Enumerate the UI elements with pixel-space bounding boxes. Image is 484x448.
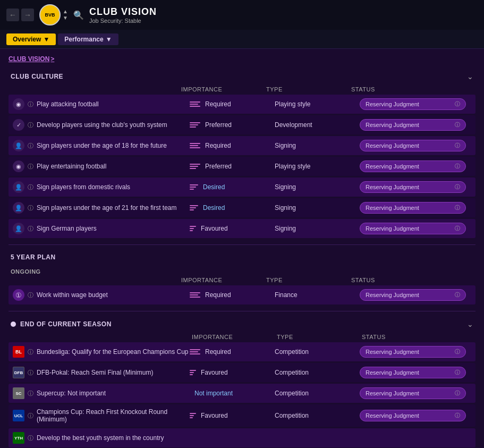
ongoing-importance-0: Required <box>190 291 275 299</box>
row-icon-5: 👤 <box>13 202 24 214</box>
culture-row-5: 👤 ⓘ Sign players under the age of 21 for… <box>9 198 475 217</box>
eoc-status-info-1[interactable]: ⓘ <box>455 369 460 376</box>
breadcrumb[interactable]: CLUB VISION <box>9 55 475 63</box>
col-importance: IMPORTANCE <box>181 86 266 92</box>
culture-row-3: ◉ ⓘ Play entertaining football Preferred… <box>9 157 475 176</box>
status-0: Reserving Judgment ⓘ <box>360 98 466 110</box>
eoc-row-0: BL ⓘ Bundesliga: Qualify for the Europea… <box>9 342 475 361</box>
eoc-info-4[interactable]: ⓘ <box>28 434 33 442</box>
info-btn-0[interactable]: ⓘ <box>28 100 33 108</box>
row-icon-0: ◉ <box>13 98 24 110</box>
row-text-1: Develop players using the club's youth s… <box>37 121 167 129</box>
type-5: Signing <box>275 204 360 212</box>
eoc-status-info-0[interactable]: ⓘ <box>455 348 460 356</box>
badge-nav: ▲ ▼ <box>63 9 68 21</box>
culture-row-1: ✓ ⓘ Develop players using the club's you… <box>9 115 475 134</box>
badge-up[interactable]: ▲ <box>63 9 68 14</box>
status-info-1[interactable]: ⓘ <box>455 121 460 129</box>
eoc-type-3: Competition <box>275 412 360 419</box>
culture-row-6: 👤 ⓘ Sign German players Favoured Signing… <box>9 219 475 238</box>
culture-row-0: ◉ ⓘ Play attacking football Required Pla… <box>9 95 475 114</box>
eoc-type-2: Competition <box>275 390 360 397</box>
eoc-row-4: YTH ⓘ Develop the best youth system in t… <box>9 428 475 447</box>
ongoing-col-importance: IMPORTANCE <box>181 277 266 283</box>
status-info-3[interactable]: ⓘ <box>455 163 460 170</box>
status-info-6[interactable]: ⓘ <box>455 225 460 232</box>
back-button[interactable]: ← <box>6 9 19 21</box>
club-badge: BVB <box>39 4 61 26</box>
type-2: Signing <box>275 142 360 149</box>
ongoing-col-type: TYPE <box>266 277 351 283</box>
separator-2 <box>9 311 475 311</box>
youth-icon: YTH <box>13 432 24 444</box>
culture-row-2: 👤 ⓘ Sign players under the age of 18 for… <box>9 136 475 155</box>
status-info-5[interactable]: ⓘ <box>455 204 460 212</box>
badge-down[interactable]: ▼ <box>63 15 68 21</box>
info-btn-5[interactable]: ⓘ <box>28 204 33 212</box>
eoc-chevron[interactable]: ⌄ <box>467 320 473 328</box>
ongoing-info-0[interactable]: ⓘ <box>28 291 33 299</box>
row-text-5: Sign players under the age of 21 for the… <box>37 204 176 212</box>
ongoing-row-0: ① ⓘ Work within wage budget Required Fin… <box>9 285 475 305</box>
type-4: Signing <box>275 183 360 191</box>
eoc-text-0: Bundesliga: Qualify for the European Cha… <box>37 348 189 356</box>
type-3: Playing style <box>275 163 360 170</box>
main-content: CLUB VISION CLUB CULTURE ⌄ IMPORTANCE TY… <box>0 49 484 448</box>
tab-overview[interactable]: Overview ▼ <box>6 33 56 45</box>
eoc-text-1: DFB-Pokal: Reach Semi Final (Minimum) <box>37 369 153 376</box>
row-icon-1: ✓ <box>13 119 24 131</box>
eoc-status-2: Reserving Judgment ⓘ <box>360 387 466 399</box>
club-culture-chevron[interactable]: ⌄ <box>467 72 473 81</box>
row-text-4: Sign players from domestic rivals <box>37 183 130 191</box>
type-6: Signing <box>275 225 360 232</box>
club-culture-header: CLUB CULTURE ⌄ <box>9 69 475 84</box>
status-3: Reserving Judgment ⓘ <box>360 160 466 172</box>
ongoing-rows: ① ⓘ Work within wage budget Required Fin… <box>9 285 475 305</box>
status-4: Reserving Judgment ⓘ <box>360 181 466 193</box>
row-text-2: Sign players under the age of 18 for the… <box>37 142 167 149</box>
culture-row-4: 👤 ⓘ Sign players from domestic rivals De… <box>9 177 475 197</box>
separator-1 <box>9 244 475 245</box>
info-btn-6[interactable]: ⓘ <box>28 225 33 233</box>
eoc-status-info-2[interactable]: ⓘ <box>455 390 460 397</box>
eoc-rows: BL ⓘ Bundesliga: Qualify for the Europea… <box>9 342 475 447</box>
club-culture-title: CLUB CULTURE <box>11 73 63 80</box>
importance-3: Preferred <box>190 163 275 170</box>
eoc-info-1[interactable]: ⓘ <box>28 369 33 377</box>
status-info-2[interactable]: ⓘ <box>455 142 460 149</box>
eoc-status-1: Reserving Judgment ⓘ <box>360 367 466 378</box>
ongoing-type-0: Finance <box>275 291 360 299</box>
importance-1: Preferred <box>190 121 275 129</box>
forward-button[interactable]: → <box>21 9 34 21</box>
type-1: Development <box>275 121 360 129</box>
importance-4: Desired <box>190 183 275 191</box>
row-icon-6: 👤 <box>13 223 24 234</box>
row-text-6: Sign German players <box>37 225 97 232</box>
ongoing-status-info-0[interactable]: ⓘ <box>455 291 460 299</box>
dfb-icon: DFB <box>13 367 24 378</box>
tab-performance[interactable]: Performance ▼ <box>58 33 118 45</box>
supercup-icon: SC <box>13 387 24 399</box>
eoc-type-1: Competition <box>275 369 360 376</box>
importance-0: Required <box>190 100 275 108</box>
status-info-0[interactable]: ⓘ <box>455 100 460 108</box>
ongoing-col-headers: IMPORTANCE TYPE STATUS <box>9 277 475 285</box>
status-info-4[interactable]: ⓘ <box>455 183 460 191</box>
eoc-info-3[interactable]: ⓘ <box>28 412 33 420</box>
eoc-info-2[interactable]: ⓘ <box>28 390 33 398</box>
ongoing-col-status: STATUS <box>351 277 463 283</box>
status-5: Reserving Judgment ⓘ <box>360 202 466 214</box>
info-btn-1[interactable]: ⓘ <box>28 121 33 129</box>
info-btn-4[interactable]: ⓘ <box>28 183 33 191</box>
row-text-3: Play entertaining football <box>37 163 106 170</box>
eoc-text-2: Supercup: Not important <box>37 390 106 397</box>
eoc-status-info-3[interactable]: ⓘ <box>455 412 460 419</box>
champions-icon: UCL <box>13 410 24 421</box>
info-btn-2[interactable]: ⓘ <box>28 142 33 150</box>
search-button[interactable]: 🔍 <box>73 10 84 20</box>
info-btn-3[interactable]: ⓘ <box>28 163 33 171</box>
eoc-col-status: STATUS <box>362 334 473 340</box>
eoc-info-0[interactable]: ⓘ <box>28 348 33 356</box>
importance-5: Desired <box>190 204 275 212</box>
eoc-bullet <box>11 322 16 327</box>
